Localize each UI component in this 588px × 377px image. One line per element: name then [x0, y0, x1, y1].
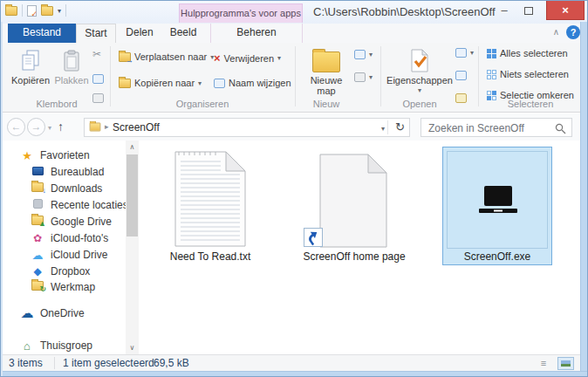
- thumbnail-view-icon: [561, 360, 571, 367]
- search-placeholder: Zoeken in ScreenOff: [428, 122, 524, 134]
- easy-access-button[interactable]: ▾: [354, 72, 373, 82]
- dropdown-icon: ▾: [198, 79, 202, 87]
- title-bar: ▾ Hulpprogramma's voor apps C:\Users\Rob…: [1, 1, 587, 24]
- help-button[interactable]: ?: [566, 25, 580, 39]
- sidebar-item-thuisgroep[interactable]: ⌂ Thuisgroep: [3, 338, 126, 353]
- properties-qat-icon[interactable]: [27, 5, 37, 17]
- explorer-window: ▾ Hulpprogramma's voor apps C:\Users\Rob…: [0, 0, 588, 377]
- cut-icon: ✂: [92, 48, 101, 60]
- minimize-button[interactable]: –: [495, 3, 514, 19]
- history-dropdown-icon[interactable]: ▾: [48, 124, 51, 132]
- search-input[interactable]: Zoeken in ScreenOff: [420, 118, 572, 137]
- group-separator: [110, 46, 111, 106]
- group-label-organize: Organiseren: [159, 99, 246, 109]
- separator: [22, 4, 23, 17]
- file-item-shortcut[interactable]: ScreenOff home page: [318, 153, 389, 252]
- select-none-button[interactable]: Niets selecteren: [487, 69, 569, 79]
- sidebar-item-icloud-drive[interactable]: ☁ iCloud Drive: [3, 247, 126, 263]
- new-folder-icon: [302, 46, 351, 72]
- file-name: ScreenOff.exe: [443, 250, 551, 263]
- address-breadcrumb-bar[interactable]: ▸ ScreenOff ▾ ↻: [84, 118, 410, 137]
- sidebar-item-downloads[interactable]: ↓ Downloads: [3, 181, 126, 196]
- item-count: 3 items: [9, 357, 43, 369]
- window-title: C:\Users\Robbin\Desktop\ScreenOff: [313, 5, 496, 18]
- select-all-button[interactable]: Alles selecteren: [487, 48, 568, 58]
- move-to-icon: →: [119, 52, 131, 62]
- separator: [387, 120, 388, 134]
- dropdown-icon: ▾: [386, 86, 454, 96]
- up-button[interactable]: ↑: [58, 120, 64, 134]
- homegroup-icon: ⌂: [20, 339, 34, 353]
- file-item-exe-selected[interactable]: ScreenOff.exe: [442, 147, 552, 265]
- sidebar-item-onedrive[interactable]: ☁ OneDrive: [3, 305, 126, 321]
- paste-button[interactable]: Plakken: [52, 46, 91, 86]
- back-button[interactable]: ←: [7, 118, 25, 136]
- ribbon: Kopiëren Plakken ✂ Klembord → Ve: [2, 43, 586, 113]
- cloud-icon: ☁: [31, 249, 44, 262]
- history-button[interactable]: [455, 93, 467, 103]
- sidebar-item-werkmap[interactable]: ↻ Werkmap: [3, 279, 126, 295]
- quick-access-toolbar: ▾: [5, 4, 66, 17]
- tab-bestand[interactable]: Bestand: [8, 24, 76, 43]
- edit-button[interactable]: [455, 71, 467, 80]
- refresh-icon[interactable]: ↻: [395, 120, 405, 134]
- icloud-photos-icon: ✿: [31, 232, 44, 244]
- copy-button[interactable]: Kopiëren: [10, 46, 51, 86]
- cut-button[interactable]: ✂: [92, 48, 101, 60]
- window-frame: [1, 371, 587, 376]
- crumb-separator-icon: ▸: [105, 122, 109, 131]
- sidebar-item-icloud-fotos[interactable]: ✿ iCloud-foto's: [3, 230, 126, 246]
- edit-icon: [455, 71, 467, 80]
- search-icon[interactable]: [555, 122, 566, 138]
- select-none-icon: [487, 70, 496, 79]
- move-to-button[interactable]: → Verplaatsen naar ▾: [119, 51, 214, 62]
- sidebar-item-recente-locaties[interactable]: Recente locaties: [3, 197, 126, 213]
- thumbnail-view-button[interactable]: [557, 357, 574, 370]
- scroll-down-icon[interactable]: ∨: [126, 341, 139, 354]
- select-all-icon: [487, 49, 496, 58]
- copy-path-button[interactable]: [92, 74, 104, 84]
- properties-button[interactable]: Eigenschappen ▾: [386, 46, 454, 96]
- sidebar-scrollbar[interactable]: ∧ ∨: [126, 141, 139, 354]
- thumbnail-frame: [447, 151, 548, 249]
- shortcut-file-icon: [318, 153, 389, 249]
- content-area: ★ Favorieten Bureaublad ↓ Downloads Rece…: [3, 141, 579, 354]
- sidebar-item-google-drive[interactable]: ▲ Google Drive: [3, 214, 126, 230]
- history-icon: [455, 93, 467, 103]
- desktop-icon: [31, 166, 44, 178]
- close-button[interactable]: ×: [546, 1, 585, 20]
- copy-icon: [10, 46, 51, 72]
- delete-button[interactable]: × Verwijderen ▾: [214, 51, 281, 65]
- tab-beheren[interactable]: Beheren: [210, 24, 303, 43]
- maximize-icon: [524, 7, 533, 15]
- separator: [65, 4, 66, 17]
- sidebar-item-favorieten[interactable]: ★ Favorieten: [3, 147, 126, 163]
- file-name: Need To Read.txt: [165, 250, 256, 263]
- tab-start[interactable]: Start: [76, 24, 116, 43]
- breadcrumb-folder[interactable]: ScreenOff: [113, 121, 160, 134]
- tab-beeld[interactable]: Beeld: [163, 24, 203, 43]
- sidebar-item-bureaublad[interactable]: Bureaublad: [3, 164, 126, 180]
- group-separator: [295, 46, 296, 106]
- address-dropdown-icon[interactable]: ▾: [381, 125, 385, 133]
- file-item-txt[interactable]: Need To Read.txt: [172, 149, 249, 252]
- customize-qat-dropdown-icon[interactable]: ▾: [58, 7, 61, 15]
- sidebar-item-dropbox[interactable]: ◆ Dropbox: [3, 264, 126, 279]
- new-folder-button[interactable]: Nieuwe map: [302, 46, 351, 96]
- open-button[interactable]: ▾: [455, 48, 474, 58]
- scrollbar-thumb[interactable]: [126, 154, 138, 236]
- forward-button[interactable]: →: [27, 118, 45, 136]
- new-folder-qat-icon[interactable]: [41, 6, 53, 16]
- scroll-up-icon[interactable]: ∧: [126, 141, 139, 154]
- selection-summary: 1 item geselecteerd: [63, 357, 154, 369]
- tab-delen[interactable]: Delen: [120, 24, 160, 43]
- maximize-button[interactable]: [519, 3, 538, 19]
- details-view-button[interactable]: ≡: [535, 357, 551, 370]
- dropbox-icon: ◆: [31, 265, 44, 278]
- new-item-button[interactable]: ▾: [354, 50, 373, 59]
- group-label-select: Selecteren: [496, 99, 565, 109]
- group-label-open: Openen: [389, 99, 450, 109]
- rename-button[interactable]: Naam wijzigen: [214, 78, 291, 88]
- copy-to-button[interactable]: Kopiëren naar ▾: [119, 78, 202, 88]
- collapse-ribbon-icon[interactable]: ∧: [553, 27, 559, 37]
